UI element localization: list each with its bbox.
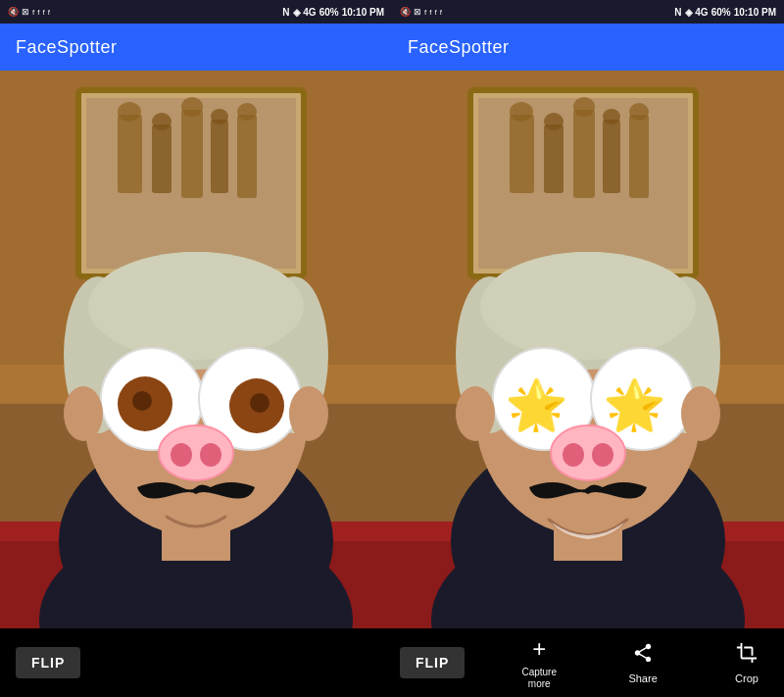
svg-rect-46 xyxy=(603,120,620,193)
crop-label: Crop xyxy=(735,672,759,684)
status-icons-left: 🔇 ⊠ f f f f xyxy=(8,7,50,17)
fb-icon-r3: f xyxy=(434,8,436,17)
svg-point-49 xyxy=(544,113,564,130)
svg-point-13 xyxy=(181,97,203,117)
svg-point-28 xyxy=(132,391,152,411)
share-action[interactable]: Share xyxy=(613,642,672,684)
share-label: Share xyxy=(628,672,657,684)
status-bar-right: 🔇 ⊠ f f f f N ◈ 4G 60% 10:10 PM xyxy=(392,0,784,24)
svg-point-48 xyxy=(510,102,533,122)
crop-icon xyxy=(736,642,758,669)
svg-point-14 xyxy=(211,109,228,124)
right-panel: 🔇 ⊠ f f f f N ◈ 4G 60% 10:10 PM FaceSpot… xyxy=(392,0,784,697)
svg-rect-44 xyxy=(544,124,564,193)
carrier-right: N xyxy=(674,7,681,18)
svg-point-62 xyxy=(480,252,696,360)
svg-rect-45 xyxy=(573,110,595,198)
svg-rect-6 xyxy=(118,115,142,193)
svg-rect-47 xyxy=(629,115,649,198)
time-right: 10:10 PM xyxy=(734,7,776,18)
fb-icon-4: f xyxy=(48,8,50,17)
capture-more-icon: + xyxy=(532,635,546,663)
mute-icon: 🔇 xyxy=(8,7,19,17)
app-bar-right: FaceSpotter xyxy=(392,24,784,71)
svg-point-69 xyxy=(551,425,625,480)
svg-rect-9 xyxy=(211,120,228,193)
svg-point-72 xyxy=(456,386,495,441)
fb-icon-r1: f xyxy=(424,8,426,17)
svg-point-32 xyxy=(159,425,233,480)
svg-point-15 xyxy=(237,103,257,121)
fb-icon-3: f xyxy=(42,8,44,17)
app-bar-left: FaceSpotter xyxy=(0,24,392,71)
time-left: 10:10 PM xyxy=(342,7,384,18)
capture-more-action[interactable]: + Capturemore xyxy=(510,635,568,690)
left-panel: 🔇 ⊠ f f f f N ◈ 4G 60% 10:10 PM FaceSpot… xyxy=(0,0,392,697)
svg-point-71 xyxy=(592,443,613,467)
bottom-bar-right: FLIP + Capturemore Share Crop xyxy=(392,628,784,697)
svg-point-25 xyxy=(88,252,304,360)
fb-icon-r2: f xyxy=(429,8,431,17)
svg-text:🌟: 🌟 xyxy=(508,379,564,433)
svg-point-70 xyxy=(563,443,584,467)
svg-point-35 xyxy=(64,386,103,441)
scene-left xyxy=(0,71,392,628)
network-right: ◈ 4G xyxy=(685,7,709,18)
svg-point-50 xyxy=(573,97,595,117)
svg-point-36 xyxy=(289,386,328,441)
status-right-right: N ◈ 4G 60% 10:10 PM xyxy=(674,7,776,18)
svg-rect-7 xyxy=(152,124,172,193)
fb-icon-2: f xyxy=(37,8,39,17)
scene-right: ⭐ 🌟 ⭐ 🌟 xyxy=(392,71,784,628)
svg-point-12 xyxy=(152,113,172,130)
svg-rect-8 xyxy=(181,110,203,198)
capture-more-label: Capturemore xyxy=(521,667,557,690)
app-title-left: FaceSpotter xyxy=(16,37,118,58)
svg-point-31 xyxy=(250,393,270,413)
camera-view-right: ⭐ 🌟 ⭐ 🌟 xyxy=(392,71,784,628)
svg-rect-10 xyxy=(237,115,257,198)
mute-icon-r: 🔇 xyxy=(400,7,411,17)
svg-point-33 xyxy=(171,443,192,467)
app-title-right: FaceSpotter xyxy=(408,37,510,58)
bottom-bar-left: FLIP xyxy=(0,628,392,697)
network-left: ◈ 4G xyxy=(293,7,317,18)
svg-point-34 xyxy=(200,443,221,467)
flip-button-right[interactable]: FLIP xyxy=(400,647,465,678)
battery-left: 60% xyxy=(319,7,339,18)
crop-action[interactable]: Crop xyxy=(717,642,776,684)
svg-point-73 xyxy=(681,386,720,441)
share-icon xyxy=(632,642,654,669)
status-bar-left: 🔇 ⊠ f f f f N ◈ 4G 60% 10:10 PM xyxy=(0,0,392,24)
notification-icon-r: ⊠ xyxy=(414,7,421,17)
carrier-left: N xyxy=(282,7,289,18)
svg-point-52 xyxy=(629,103,649,121)
fb-icon-r4: f xyxy=(440,8,442,17)
svg-text:🌟: 🌟 xyxy=(606,379,662,433)
svg-rect-21 xyxy=(162,502,230,561)
flip-button-left[interactable]: FLIP xyxy=(16,647,80,678)
svg-point-11 xyxy=(118,102,141,122)
camera-view-left xyxy=(0,71,392,628)
status-icons-right: 🔇 ⊠ f f f f xyxy=(400,7,442,17)
notification-icon: ⊠ xyxy=(22,7,29,17)
status-right-left: N ◈ 4G 60% 10:10 PM xyxy=(282,7,384,18)
battery-right: 60% xyxy=(711,7,731,18)
fb-icon-1: f xyxy=(32,8,34,17)
svg-point-51 xyxy=(603,109,620,124)
svg-rect-43 xyxy=(510,115,534,193)
